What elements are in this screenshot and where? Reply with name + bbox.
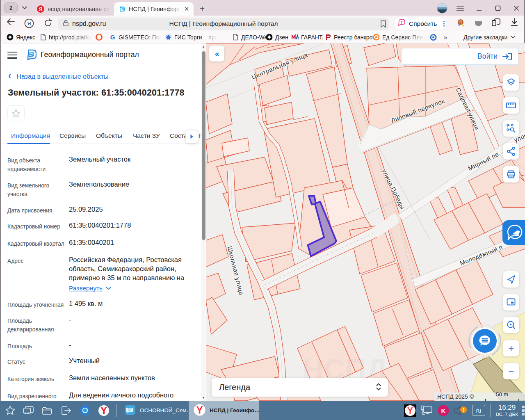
attribute-value: Землепользование [69,180,193,199]
scrollbar-thumb[interactable] [202,51,205,240]
panel-scrollbar[interactable]: ▲ ▼ [201,43,205,401]
favorite-star-button[interactable] [7,105,25,121]
tab-close-icon[interactable]: ✕ [182,5,191,14]
bookmark-item[interactable]: GGISMETEO: Погод [109,31,163,43]
tray-clock[interactable]: 16:29 ВС, 7 ДЕК [493,404,521,417]
bookmark-item[interactable]: http://prod.platfor [39,31,92,43]
expand-address-link[interactable]: Развернуть [69,284,193,293]
window-close-button[interactable] [511,2,522,14]
active-tab-underline [7,143,50,144]
ask-ai-kebab-icon[interactable]: ⋮ [441,20,447,27]
tabs-scroll-right-button[interactable] [185,130,198,143]
taskbar-signout-icon[interactable] [57,401,75,420]
taskbar-start-star-icon[interactable] [1,401,20,420]
identify-objects-button[interactable] [503,120,519,137]
extension-shield-icon[interactable] [473,18,484,28]
bookmark-item[interactable]: ГИС Торги – прод [165,31,219,43]
tray-network-icon[interactable] [418,401,435,420]
layers-button[interactable] [503,74,519,91]
attribute-value: Российская Федерация, Ростовская область… [69,255,193,293]
tab-inactive[interactable]: Я нспд национальная систе [33,2,113,16]
legend-label: Легенда [219,383,250,392]
bookmark-item[interactable]: ДЕЛО-Web [232,31,271,43]
back-icon[interactable] [7,18,15,25]
bookmark-item[interactable]: Реестр банкрот [324,31,375,43]
back-to-objects-link[interactable]: ‹ Назад в выделенные объекты [8,72,108,81]
extension-alice-icon[interactable] [456,18,466,28]
tray-yandex-icon[interactable] [402,401,418,420]
show-desktop-button[interactable] [521,401,525,420]
address-bar[interactable]: nspd.gov.ru НСПД | Геоинформационный пор… [58,18,389,30]
legend-expand-icon[interactable] [376,383,381,393]
new-tab-button[interactable]: + [197,3,208,14]
tab-list-chevron-icon[interactable] [20,3,30,13]
tray-language-indicator[interactable]: ru [472,405,485,416]
bookmark-label: Реестр банкрот [334,34,375,41]
yandex-search-icon[interactable]: Я [24,18,34,28]
browser-menu-icon[interactable] [454,2,466,14]
zoom-in-button[interactable]: + [503,340,519,356]
browser-viewport: Геоинформационный портал ‹ Назад в выдел… [0,43,525,401]
bookmark-favicon [165,34,172,41]
menu-hamburger-icon[interactable] [7,52,17,59]
parcel-title: Земельный участок: 61:35:0040201:1778 [8,88,192,98]
share-button[interactable] [503,143,519,160]
tray-kaspersky-icon[interactable]: K [435,401,452,420]
taskbar-app-telegram[interactable]: ОСНОВНОЙ_Сем… [120,401,189,420]
search-on-map-button[interactable] [503,317,519,333]
taskbar-taskview-icon[interactable] [19,401,38,420]
panel-tab-5[interactable]: Соста [170,132,187,139]
tray-volume-muted-icon[interactable]: ! [452,401,470,420]
panel-tab-2[interactable]: Сервисы [59,132,86,139]
reload-icon[interactable] [43,18,52,27]
attribute-label: Кадастровый квартал [7,238,69,248]
my-location-button[interactable] [503,271,519,288]
bookmark-item[interactable] [96,31,103,43]
taskbar-yandex-browser-icon[interactable] [94,401,113,420]
bookmark-page-icon[interactable] [378,18,388,30]
print-button[interactable] [503,166,519,183]
map-canvas[interactable]: НСПД Центральная улицаСадовая улицаЛипов… [206,43,525,401]
bookmark-item[interactable]: Яндекс [7,31,35,43]
legend-bar[interactable]: Легенда [212,378,388,397]
attribute-label: Площадь уточненная [7,299,69,309]
bookmark-item[interactable]: Ед Сервис Плат [373,31,425,43]
attribute-value: Для ведения личного подсобного [69,390,193,401]
zoom-out-button[interactable]: − [503,363,519,379]
feedback-panel-tab[interactable] [502,220,525,245]
measure-ruler-button[interactable] [503,97,519,114]
bookmarks-overflow-chevron[interactable]: » [444,31,447,43]
downloads-icon[interactable] [510,18,518,27]
window-minimize-button[interactable] [473,2,485,14]
scroll-down-icon[interactable]: ▼ [201,395,205,400]
taskbar-app-nspd-active[interactable]: НСПД | Геоинфо… [189,401,259,420]
scroll-up-icon[interactable]: ▲ [201,44,205,49]
svg-text:Я: Я [39,7,42,11]
panel-tab-3[interactable]: Объекты [96,132,122,139]
collapse-panel-button[interactable]: « [209,46,224,62]
bookmark-item[interactable]: Дзен [266,31,288,43]
divider [451,19,451,27]
other-bookmarks-button[interactable]: Другие закладки [463,31,515,43]
ask-ai-button[interactable]: ? Спросить ⋮ [393,17,447,30]
taskbar-explorer-icon[interactable] [38,401,57,420]
attribute-label: Площадь декларированная [7,315,69,334]
login-button[interactable]: Войти [401,48,518,65]
taskbar-chromium-icon[interactable] [75,401,94,420]
panel-tab-4[interactable]: Части ЗУ [133,132,160,139]
lock-icon[interactable] [63,20,68,28]
window-maximize-button[interactable] [492,2,504,14]
bookmark-item[interactable] [430,31,437,43]
minimap-button[interactable] [503,294,519,310]
attribute-row: Кадастровый квартал61:35:0040201 [7,238,193,248]
windows-taskbar: ОСНОВНОЙ_Сем… НСПД | Геоинфо… K ! ru [0,401,525,420]
tab-counter-button[interactable]: 2 [4,2,18,13]
panel-tab-1[interactable]: Информация [11,132,50,139]
bookmark-favicon [266,34,273,41]
extension-tabs-icon[interactable] [491,18,501,27]
bookmark-item[interactable]: ГАРАНТ. [292,31,324,43]
chat-widget[interactable] [473,329,497,353]
tab-active[interactable]: НСПД | Геоинформаци ✕ [114,2,194,16]
map-scalebar: 50 m [485,392,519,401]
browser-profile-avatar[interactable] [437,3,447,14]
